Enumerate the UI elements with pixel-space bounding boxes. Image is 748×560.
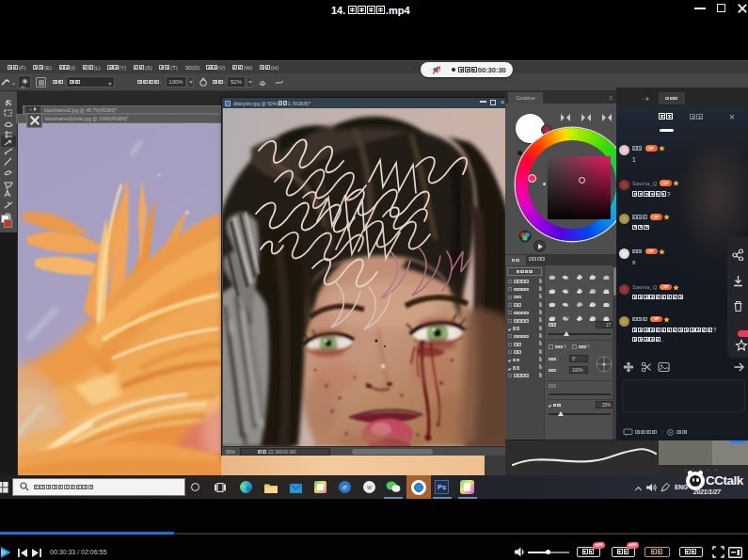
svg-text:T: T bbox=[5, 185, 9, 194]
